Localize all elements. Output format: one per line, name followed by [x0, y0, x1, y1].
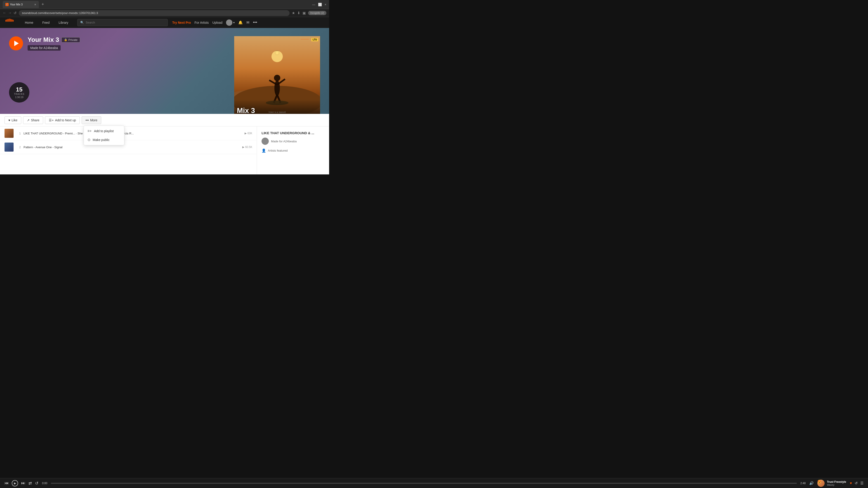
extension-icon[interactable]: ▣	[303, 11, 306, 15]
soundcloud-nav: Home Feed Library 🔍 Try Next Pro For Art…	[0, 17, 329, 28]
svg-point-11	[272, 51, 283, 62]
upload-btn[interactable]: Upload	[213, 21, 222, 24]
search-input[interactable]	[86, 21, 165, 24]
sidebar: LIKE THAT UNDERGROUND & ... Made for A24…	[257, 127, 329, 174]
add-to-next-up-button[interactable]: ☰+ Add to Next up	[45, 116, 80, 124]
nav-buttons: ← → ↺	[3, 11, 17, 15]
table-row[interactable]: 1 LIKE THAT UNDERGROUND - Premi... · She…	[0, 127, 257, 140]
artists-row: 👤 Artists featured	[261, 149, 324, 153]
share-button[interactable]: ↗ Share	[23, 116, 43, 124]
nav-feed[interactable]: Feed	[38, 18, 54, 28]
ltu-tag: LTU	[311, 38, 318, 41]
nav-home[interactable]: Home	[20, 18, 38, 28]
share-icon: ↗	[27, 119, 30, 122]
for-artists-btn[interactable]: For Artists	[195, 21, 209, 24]
track-list: 1 LIKE THAT UNDERGROUND - Premi... · She…	[0, 127, 257, 174]
svg-rect-3	[8, 19, 9, 22]
artists-label: Artists featured	[268, 149, 287, 152]
sidebar-made-for: Made for A24beaba	[271, 140, 297, 143]
nav-links: Home Feed Library	[20, 18, 73, 28]
track-thumbnail	[4, 129, 13, 138]
nav-right: Try Next Pro For Artists Upload ▾ 🔔 ✉ ••…	[172, 20, 257, 26]
track-number: 1	[16, 132, 21, 135]
artists-icon: 👤	[261, 149, 266, 153]
svg-rect-1	[6, 19, 7, 22]
play-icon: ▶	[245, 132, 247, 135]
nav-library[interactable]: Library	[54, 18, 73, 28]
refresh-btn[interactable]: ↺	[13, 11, 17, 15]
window-controls: — ⬜ ×	[312, 3, 327, 6]
tracks-duration: 1:30:19	[15, 96, 24, 98]
search-bar[interactable]: 🔍	[77, 19, 168, 26]
tab-close-btn[interactable]: ×	[34, 3, 36, 6]
svg-rect-4	[9, 19, 10, 22]
svg-rect-8	[13, 20, 14, 22]
back-btn[interactable]: ←	[3, 11, 6, 15]
sidebar-user-avatar	[261, 138, 269, 145]
svg-rect-0	[5, 20, 6, 22]
more-options-icon[interactable]: •••	[253, 20, 257, 25]
track-title: LIKE THAT UNDERGROUND - Premi... · She M…	[24, 132, 242, 135]
tab-bar: 🔊 Your Mix 3 × +	[3, 1, 310, 8]
maximize-btn[interactable]: ⬜	[318, 3, 322, 6]
mail-icon[interactable]: ✉	[246, 20, 249, 25]
soundcloud-logo[interactable]	[5, 18, 15, 27]
actions-bar: ♥ Like ↗ Share ☰+ Add to Next up ••• Mor…	[0, 114, 329, 127]
sidebar-title: LIKE THAT UNDERGROUND & ...	[261, 131, 324, 135]
svg-rect-2	[7, 19, 8, 22]
more-dropdown-menu: ≡+ Add to playlist ⊙ Make public	[84, 126, 124, 145]
queue-add-icon: ☰+	[49, 119, 54, 122]
forward-btn[interactable]: →	[8, 11, 12, 15]
hero-title: Your Mix 3 🔒 Private	[28, 36, 80, 43]
hero-top: Your Mix 3 🔒 Private Made for A24beaba	[9, 36, 234, 51]
address-actions: ★ ⬇ ▣ Incognito (2)	[292, 11, 327, 15]
playlist-add-icon: ≡+	[88, 129, 92, 133]
incognito-badge: Incognito (2)	[308, 11, 327, 15]
notifications-icon[interactable]: 🔔	[238, 20, 243, 25]
lock-icon: 🔒	[64, 38, 67, 41]
track-number: 2	[16, 145, 21, 149]
track-plays: ▶ 63K	[245, 132, 252, 135]
active-tab[interactable]: 🔊 Your Mix 3 ×	[3, 1, 39, 8]
chevron-down-icon: ▾	[233, 21, 235, 24]
svg-rect-7	[12, 20, 13, 22]
hero-play-button[interactable]	[9, 36, 23, 51]
track-info: Pattern - Avenue One - Signal	[24, 145, 240, 149]
address-bar: ← → ↺ soundcloud.com/discover/sets/your-…	[0, 9, 329, 17]
tracks-label: TRACKS	[14, 93, 25, 95]
heart-icon: ♥	[8, 119, 10, 122]
track-thumbnail	[4, 142, 13, 152]
user-avatar	[226, 20, 232, 26]
hero-album-art: TONY H & SWAVÉ SHE MOVES THE WORLD (REMI…	[234, 36, 320, 114]
sidebar-user: Made for A24beaba	[261, 138, 324, 145]
download-icon[interactable]: ⬇	[297, 11, 300, 15]
hero-content: Your Mix 3 🔒 Private Made for A24beaba 1…	[9, 36, 234, 54]
tracks-badge: 15 TRACKS 1:30:19	[9, 82, 29, 103]
globe-icon: ⊙	[88, 138, 90, 142]
make-public-item[interactable]: ⊙ Make public	[84, 135, 124, 144]
mix3-label: Mix 3	[237, 106, 255, 114]
main-content: 1 LIKE THAT UNDERGROUND - Premi... · She…	[0, 127, 329, 174]
svg-rect-6	[11, 19, 12, 22]
svg-rect-5	[10, 19, 11, 22]
tracks-count: 15	[16, 87, 23, 92]
track-title: Pattern - Avenue One - Signal	[24, 145, 240, 149]
hero-title-area: Your Mix 3 🔒 Private Made for A24beaba	[28, 36, 80, 51]
minimize-btn[interactable]: —	[312, 3, 315, 6]
like-button[interactable]: ♥ Like	[4, 116, 21, 124]
url-text: soundcloud.com/discover/sets/your-moods:…	[22, 11, 98, 15]
search-icon: 🔍	[80, 21, 84, 24]
bookmark-icon[interactable]: ★	[292, 11, 295, 15]
url-field[interactable]: soundcloud.com/discover/sets/your-moods:…	[19, 10, 289, 16]
svg-point-16	[274, 75, 280, 81]
track-info: LIKE THAT UNDERGROUND - Premi... · She M…	[24, 132, 242, 135]
avatar-area[interactable]: ▾	[226, 20, 235, 26]
table-row[interactable]: 2 Pattern - Avenue One - Signal ▶ 60.5K	[0, 140, 257, 154]
close-window-btn[interactable]: ×	[324, 3, 327, 6]
add-to-playlist-item[interactable]: ≡+ Add to playlist	[84, 127, 124, 135]
track-plays: ▶ 60.5K	[242, 145, 252, 149]
new-tab-btn[interactable]: +	[40, 1, 46, 8]
album-overlay: Mix 3	[234, 99, 320, 114]
more-button[interactable]: ••• More	[82, 116, 101, 124]
try-next-pro-btn[interactable]: Try Next Pro	[172, 21, 191, 24]
